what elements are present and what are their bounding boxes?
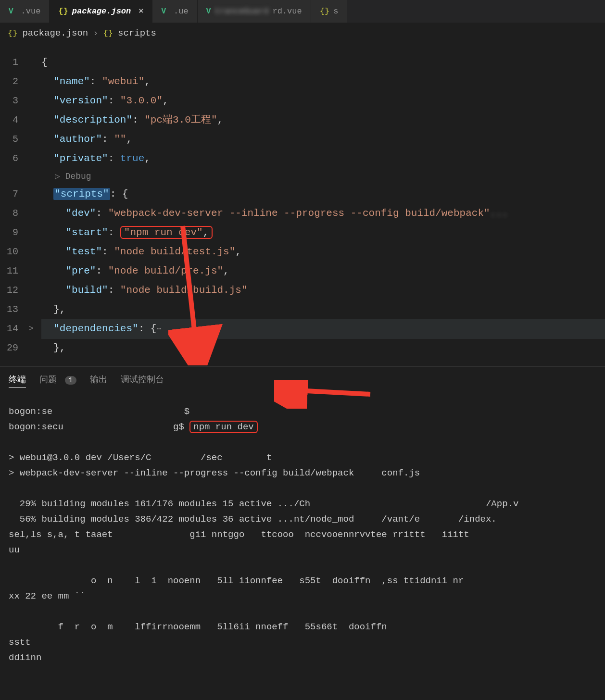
problems-badge: 1: [65, 376, 76, 385]
tab-label: .vue: [21, 7, 41, 16]
tab-vue-2[interactable]: V .ue: [152, 0, 197, 23]
tab-label: .ue: [174, 7, 189, 16]
tab-label: package.json: [72, 7, 131, 16]
panel-tab-problems[interactable]: 问题 1: [39, 374, 76, 388]
tab-vue-1[interactable]: V .vue: [0, 0, 50, 23]
json-icon: {}: [320, 7, 329, 16]
code-area[interactable]: { "name": "webui", "version": "3.0.0", "…: [41, 53, 605, 358]
tab-label: tranceGuard: [214, 7, 268, 16]
close-icon[interactable]: ×: [139, 7, 143, 16]
breadcrumb-item[interactable]: package.json: [22, 28, 88, 38]
panel-tab-debug-console[interactable]: 调试控制台: [121, 374, 164, 388]
panel-tabs: 终端 问题 1 输出 调试控制台: [0, 367, 605, 394]
bottom-panel: 终端 问题 1 输出 调试控制台 bogon:se $bogon:secu g$…: [0, 366, 605, 665]
tab-json-2[interactable]: {} s: [311, 0, 348, 23]
editor-tabs: V .vue {} package.json × V .ue V tranceG…: [0, 0, 605, 23]
vue-icon: V: [161, 7, 166, 16]
breadcrumb[interactable]: {} package.json › {} scripts: [0, 23, 605, 43]
vue-icon: V: [9, 7, 13, 16]
code-editor[interactable]: 123456789101112131429 > { "name": "webui…: [0, 43, 605, 358]
panel-tab-output[interactable]: 输出: [90, 374, 107, 388]
breadcrumb-item[interactable]: scripts: [118, 28, 156, 38]
json-icon: {}: [58, 7, 68, 16]
json-icon: {}: [103, 29, 113, 38]
tab-label: rd.vue: [273, 7, 302, 16]
panel-tab-terminal[interactable]: 终端: [9, 374, 26, 388]
line-gutter: 123456789101112131429: [0, 53, 29, 358]
vue-icon: V: [206, 7, 211, 16]
tab-package-json[interactable]: {} package.json ×: [50, 0, 152, 23]
fold-column: >: [29, 53, 41, 358]
json-icon: {}: [8, 29, 17, 38]
tab-label: s: [333, 7, 338, 16]
tab-vue-3[interactable]: V tranceGuard rd.vue: [198, 0, 311, 23]
terminal[interactable]: bogon:se $bogon:secu g$ npm run dev > we…: [0, 394, 605, 665]
chevron-right-icon: ›: [93, 28, 98, 38]
